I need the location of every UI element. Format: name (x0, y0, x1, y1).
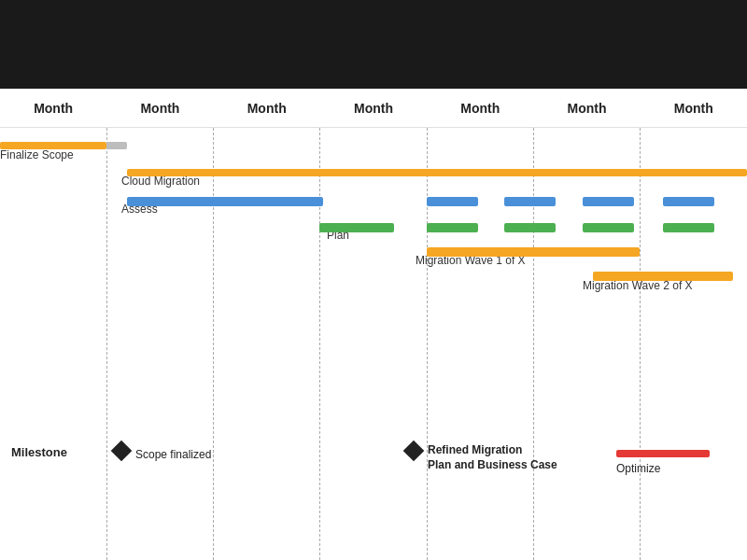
vline-1 (106, 128, 107, 560)
bar-plan-green-3 (504, 223, 556, 232)
bar-plan-green-4 (583, 223, 634, 232)
milestone-2-text-line2: Plan and Business Case (428, 458, 557, 471)
wave2-label: Migration Wave 2 of X (583, 279, 693, 292)
vline-6 (640, 128, 641, 560)
bar-plan-green-2 (427, 223, 478, 232)
month-header: Month Month Month Month Month Month Mont… (0, 89, 747, 128)
milestone-2-text-line1: Refined Migration (428, 443, 522, 456)
vline-3 (319, 128, 320, 560)
finalize-scope-label: Finalize Scope (0, 148, 74, 161)
vline-2 (213, 128, 214, 560)
bar-plan-green-5 (663, 223, 714, 232)
bar-assess-blue-3 (504, 197, 556, 206)
cloud-migration-label: Cloud Migration (121, 175, 200, 188)
milestone-3-bar (616, 450, 710, 457)
month-2: Month (106, 101, 213, 116)
milestone-1-text: Scope finalized (135, 448, 211, 461)
month-3: Month (214, 101, 320, 116)
bar-cloud-orange (127, 169, 747, 176)
bar-assess-blue-5 (663, 197, 714, 206)
bar-wave1-orange (427, 247, 640, 257)
vline-5 (533, 128, 534, 560)
month-4: Month (320, 101, 427, 116)
bar-assess-blue-2 (427, 197, 478, 206)
bar-assess-blue-1 (127, 197, 323, 206)
top-bar (0, 0, 747, 89)
bar-wave2-orange (593, 272, 733, 281)
bar-plan-green-1 (319, 223, 394, 232)
bar-finalize-gray (106, 142, 127, 149)
bar-finalize-orange (0, 142, 106, 149)
gantt-area: Finalize Scope Cloud Migration Assess Pl… (0, 128, 747, 560)
month-5: Month (427, 101, 533, 116)
milestone-2-diamond (403, 441, 425, 462)
month-1: Month (0, 101, 106, 116)
vline-4 (427, 128, 428, 560)
month-7: Month (641, 101, 747, 116)
milestone-3-text: Optimize (616, 462, 660, 475)
bar-assess-blue-4 (583, 197, 634, 206)
milestone-1-diamond (111, 441, 133, 462)
month-6: Month (533, 101, 640, 116)
milestone-label: Milestone (11, 445, 67, 459)
